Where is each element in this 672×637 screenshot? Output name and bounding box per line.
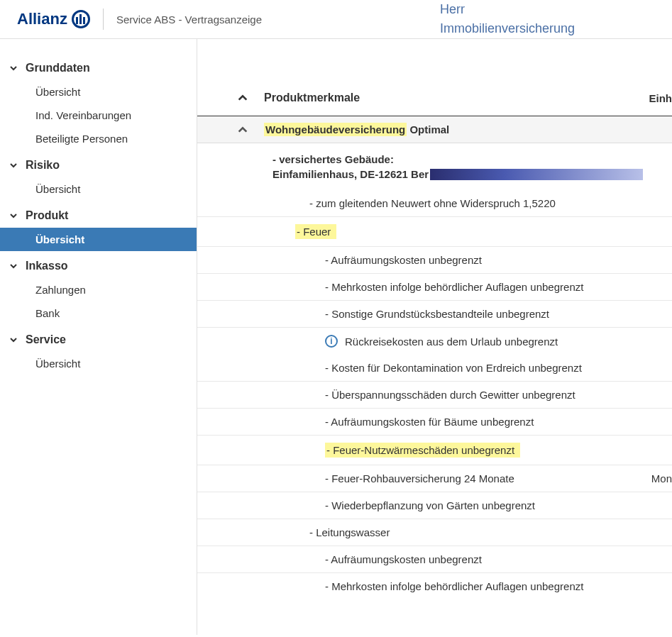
brand-icon bbox=[72, 10, 90, 28]
coverage-text: - Mehrkosten infolge behördlicher Auflag… bbox=[325, 281, 583, 293]
coverage-text: - Überspannungsschäden durch Gewitter un… bbox=[325, 389, 575, 401]
chevron-down-icon bbox=[9, 63, 18, 73]
coverage-item: - Feuer-Rohbauversicherung 24 MonateMon bbox=[197, 465, 672, 492]
customer-product: Immobilienversicherung bbox=[440, 19, 575, 38]
product-name-highlighted: Wohngebäudeversicherung bbox=[264, 123, 407, 136]
coverage-item: - Sonstige Grundstücksbestandteile unbeg… bbox=[197, 301, 672, 328]
building-info: - versichertes Gebäude: Einfamilienhaus,… bbox=[197, 143, 672, 190]
product-name: Wohngebäudeversicherung Optimal bbox=[264, 123, 449, 135]
coverage-item: iRückreisekosten aus dem Urlaub unbegren… bbox=[197, 328, 672, 355]
coverage-item: - Leitungswasser bbox=[197, 519, 672, 546]
coverage-text: - Kosten für Dekontamination von Erdreic… bbox=[325, 362, 582, 374]
nav-section-risiko[interactable]: Risiko bbox=[0, 153, 197, 177]
building-address: Einfamilienhaus, DE-12621 Ber bbox=[272, 168, 672, 180]
nav-label: Service bbox=[26, 333, 66, 346]
coverage-item: - Feuer bbox=[197, 217, 672, 247]
coverage-item: - Wiederbepflanzung von Gärten unbegrenz… bbox=[197, 492, 672, 519]
sidebar-nav: Grunddaten Übersicht Ind. Vereinbarungen… bbox=[0, 39, 197, 635]
coverage-text: Rückreisekosten aus dem Urlaub unbegrenz… bbox=[345, 336, 558, 348]
coverage-unit: Mon bbox=[651, 472, 672, 484]
app-header: Allianz Service ABS - Vertragsanzeige He… bbox=[0, 0, 672, 39]
page-title: Service ABS - Vertragsanzeige bbox=[116, 13, 262, 26]
building-label: - versichertes Gebäude: bbox=[272, 153, 672, 165]
coverage-item: - Aufräumungskosten für Bäume unbegrenzt bbox=[197, 409, 672, 436]
chevron-down-icon bbox=[9, 335, 18, 345]
nav-section-service[interactable]: Service bbox=[0, 328, 197, 352]
coverage-item: - Aufräumungskosten unbegrenzt bbox=[197, 247, 672, 274]
coverage-text: - Feuer-Rohbauversicherung 24 Monate bbox=[325, 472, 514, 484]
section-unit-header: Einh bbox=[649, 92, 673, 104]
customer-salutation: Herr bbox=[440, 0, 575, 19]
nav-item-service-uebersicht[interactable]: Übersicht bbox=[0, 352, 197, 375]
nav-item-beteiligte-personen[interactable]: Beteiligte Personen bbox=[0, 127, 197, 150]
nav-section-grunddaten[interactable]: Grunddaten bbox=[0, 56, 197, 80]
brand-logo: Allianz bbox=[17, 10, 90, 28]
coverage-text: - Feuer bbox=[295, 224, 336, 239]
nav-label: Risiko bbox=[26, 159, 60, 172]
nav-section-inkasso[interactable]: Inkasso bbox=[0, 254, 197, 278]
coverage-text: - Mehrkosten infolge behördlicher Auflag… bbox=[325, 580, 583, 592]
chevron-up-icon bbox=[237, 92, 248, 104]
coverage-item: - Kosten für Dekontamination von Erdreic… bbox=[197, 355, 672, 382]
coverage-text: - Aufräumungskosten unbegrenzt bbox=[325, 553, 482, 565]
header-divider bbox=[103, 9, 104, 30]
coverage-text: - zum gleitenden Neuwert ohne Widerspruc… bbox=[309, 197, 556, 209]
subsection-product[interactable]: Wohngebäudeversicherung Optimal bbox=[197, 116, 672, 143]
chevron-down-icon bbox=[9, 160, 18, 170]
nav-item-ind-vereinbarungen[interactable]: Ind. Vereinbarungen bbox=[0, 104, 197, 127]
nav-item-risiko-uebersicht[interactable]: Übersicht bbox=[0, 177, 197, 201]
customer-info: Herr Immobilienversicherung bbox=[440, 0, 575, 38]
redacted-bar bbox=[430, 169, 643, 180]
main-content: Produktmerkmale Einh Wohngebäudeversiche… bbox=[197, 39, 672, 635]
coverage-text: - Aufräumungskosten unbegrenzt bbox=[325, 254, 482, 266]
nav-item-zahlungen[interactable]: Zahlungen bbox=[0, 278, 197, 301]
chevron-up-icon bbox=[237, 124, 248, 135]
nav-item-grunddaten-uebersicht[interactable]: Übersicht bbox=[0, 80, 197, 104]
coverage-text: - Wiederbepflanzung von Gärten unbegrenz… bbox=[325, 499, 535, 511]
coverage-item: - Überspannungsschäden durch Gewitter un… bbox=[197, 382, 672, 409]
nav-label: Inkasso bbox=[26, 260, 68, 272]
address-prefix: Einfamilienhaus, DE-12621 Ber bbox=[272, 168, 429, 180]
coverage-item: - Feuer-Nutzwärmeschäden unbegrenzt bbox=[197, 436, 672, 465]
coverage-text: - Leitungswasser bbox=[309, 526, 390, 538]
chevron-down-icon bbox=[9, 211, 18, 221]
coverage-text: - Feuer-Nutzwärmeschäden unbegrenzt bbox=[325, 443, 520, 458]
coverage-item: - zum gleitenden Neuwert ohne Widerspruc… bbox=[197, 190, 672, 217]
nav-section-produkt[interactable]: Produkt bbox=[0, 204, 197, 228]
section-title: Produktmerkmale bbox=[264, 92, 360, 104]
coverage-item: - Mehrkosten infolge behördlicher Auflag… bbox=[197, 274, 672, 301]
coverage-item: - Mehrkosten infolge behördlicher Auflag… bbox=[197, 573, 672, 599]
coverage-text: - Aufräumungskosten für Bäume unbegrenzt bbox=[325, 416, 534, 428]
nav-item-produkt-uebersicht[interactable]: Übersicht bbox=[0, 228, 197, 251]
coverage-text: - Sonstige Grundstücksbestandteile unbeg… bbox=[325, 308, 549, 320]
coverage-item: - Aufräumungskosten unbegrenzt bbox=[197, 546, 672, 573]
nav-label: Produkt bbox=[26, 209, 68, 222]
info-icon[interactable]: i bbox=[325, 335, 338, 348]
nav-label: Grunddaten bbox=[26, 62, 90, 74]
nav-item-bank[interactable]: Bank bbox=[0, 301, 197, 325]
brand-name: Allianz bbox=[17, 10, 67, 28]
product-name-suffix: Optimal bbox=[407, 123, 449, 135]
section-produktmerkmale[interactable]: Produktmerkmale Einh bbox=[197, 83, 672, 116]
chevron-down-icon bbox=[9, 261, 18, 271]
